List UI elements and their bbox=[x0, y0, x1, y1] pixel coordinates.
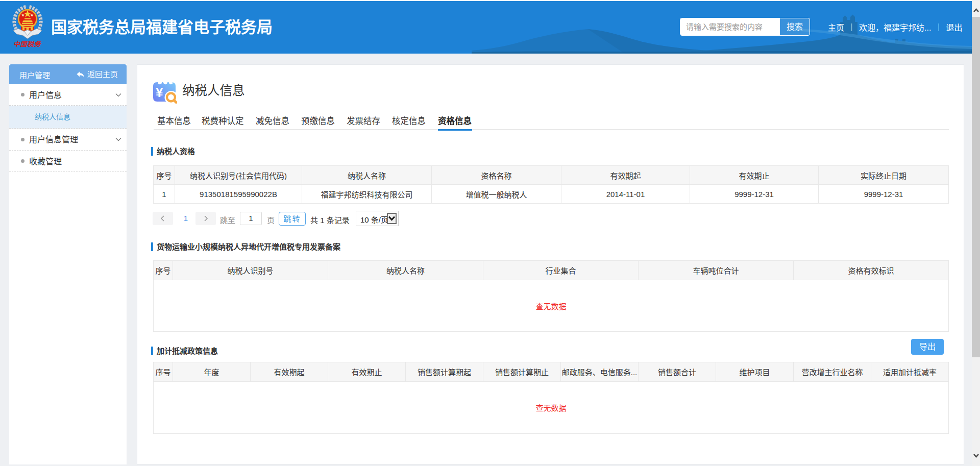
svg-text:¥: ¥ bbox=[156, 85, 163, 100]
